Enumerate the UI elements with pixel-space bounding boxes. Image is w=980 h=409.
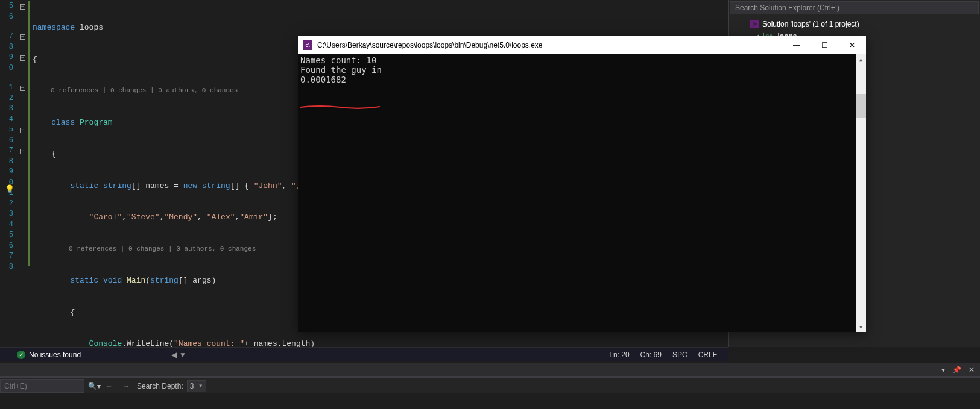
panel-pin-icon[interactable]: 📌	[950, 366, 963, 374]
annotation-underline	[300, 86, 380, 90]
scroll-down-icon[interactable]: ▼	[856, 322, 866, 332]
scroll-thumb[interactable]	[856, 94, 866, 118]
fold-toggle[interactable]: −	[20, 128, 25, 133]
solution-label: Solution 'loops' (1 of 1 project)	[762, 20, 859, 28]
console-window: c\ C:\Users\Berkay\source\repos\loops\lo…	[298, 36, 866, 332]
search-depth-select[interactable]: 3 ▼	[187, 380, 206, 392]
panel-header: ▾ 📌 ✕	[0, 363, 980, 377]
search-field[interactable]	[4, 382, 80, 390]
check-icon[interactable]: ✓	[17, 351, 25, 359]
console-titlebar[interactable]: c\ C:\Users\Berkay\source\repos\loops\lo…	[298, 36, 866, 54]
solution-root[interactable]: Solution 'loops' (1 of 1 project)	[729, 18, 980, 30]
close-button[interactable]: ✕	[838, 36, 866, 54]
nav-back-icon[interactable]: ◀	[171, 351, 177, 359]
chevron-down-icon: ▼	[198, 383, 203, 389]
panel-dropdown-icon[interactable]: ▾	[940, 366, 947, 374]
console-scrollbar[interactable]: ▲ ▼	[856, 54, 866, 332]
nav-forward-button[interactable]: →	[122, 382, 130, 390]
maximize-button[interactable]: ☐	[811, 36, 838, 54]
fold-column: − − − − − −	[17, 0, 28, 347]
lightbulb-icon[interactable]: 💡	[5, 184, 13, 193]
solution-icon	[750, 20, 759, 28]
panel-close-icon[interactable]: ✕	[967, 366, 976, 374]
status-bar: ✓ No issues found ◀ ▼ Ln: 20 Ch: 69 SPC …	[0, 347, 728, 361]
cursor-line[interactable]: Ln: 20	[609, 351, 629, 359]
fold-toggle[interactable]: −	[20, 86, 25, 91]
scroll-up-icon[interactable]: ▲	[856, 54, 866, 64]
indent-mode[interactable]: SPC	[672, 351, 688, 359]
solution-search-input[interactable]: Search Solution Explorer (Ctrl+;)	[730, 1, 979, 14]
search-input[interactable]	[0, 379, 84, 393]
search-icon[interactable]: 🔍▾	[88, 382, 101, 390]
nav-back-button[interactable]: ←	[106, 382, 113, 390]
fold-toggle[interactable]: −	[20, 55, 25, 61]
nav-fwd-icon[interactable]: ▼	[179, 351, 186, 359]
console-output[interactable]: Names count: 10 Found the guy in 0.00016…	[298, 54, 866, 332]
fold-toggle[interactable]: −	[20, 34, 25, 40]
console-app-icon: c\	[303, 40, 312, 50]
line-endings[interactable]: CRLF	[698, 351, 717, 359]
console-title: C:\Users\Berkay\source\repos\loops\loops…	[317, 41, 783, 49]
fold-toggle[interactable]: −	[20, 4, 25, 10]
issues-status[interactable]: No issues found	[29, 351, 81, 359]
cursor-col[interactable]: Ch: 69	[640, 351, 662, 359]
bottom-search-bar: 🔍▾ ← → Search Depth: 3 ▼	[0, 377, 980, 394]
fold-toggle[interactable]: −	[20, 149, 25, 154]
line-number-gutter: 5 6 7 8 9 0 1 2 3 4 5 6 7 8 9 0 1 2 3 4 …	[0, 0, 17, 347]
empty-area	[0, 393, 980, 409]
minimize-button[interactable]: —	[783, 36, 811, 54]
search-depth-label: Search Depth:	[137, 382, 183, 390]
